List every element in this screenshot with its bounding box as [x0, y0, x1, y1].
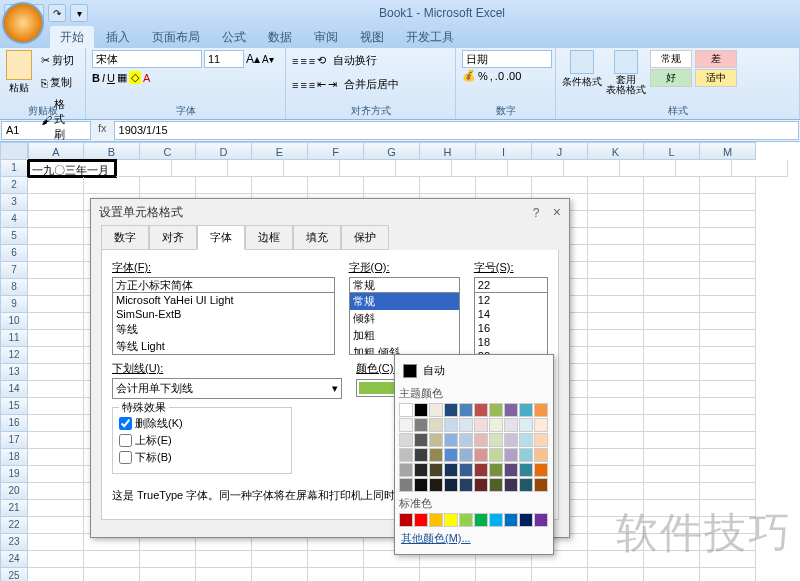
tab-review[interactable]: 审阅 [304, 26, 348, 49]
cell[interactable] [28, 296, 84, 313]
cell[interactable] [588, 347, 644, 364]
cell[interactable] [588, 279, 644, 296]
align-left-icon[interactable]: ≡ [292, 79, 298, 91]
cell[interactable] [308, 568, 364, 581]
cell[interactable] [588, 432, 644, 449]
color-swatch[interactable] [474, 433, 488, 447]
cell[interactable] [700, 347, 756, 364]
font-size-combo[interactable]: 11 [204, 50, 244, 68]
cell[interactable] [196, 177, 252, 194]
cell[interactable] [28, 398, 84, 415]
row-header[interactable]: 2 [0, 177, 28, 194]
color-swatch[interactable] [534, 513, 548, 527]
cell[interactable] [308, 551, 364, 568]
color-swatch[interactable] [444, 448, 458, 462]
orientation-icon[interactable]: ⟲ [317, 54, 326, 67]
color-swatch[interactable] [444, 403, 458, 417]
align-bottom-icon[interactable]: ≡ [309, 55, 315, 67]
color-swatch[interactable] [489, 478, 503, 492]
cell[interactable] [700, 313, 756, 330]
color-swatch[interactable] [399, 418, 413, 432]
cell[interactable] [700, 568, 756, 581]
row-header[interactable]: 25 [0, 568, 28, 581]
select-all-corner[interactable] [0, 142, 28, 160]
cell[interactable] [28, 347, 84, 364]
cell[interactable] [700, 279, 756, 296]
color-swatch[interactable] [519, 463, 533, 477]
tab-home[interactable]: 开始 [50, 26, 94, 49]
cell[interactable] [700, 364, 756, 381]
cell[interactable] [644, 432, 700, 449]
cell[interactable] [28, 449, 84, 466]
cell[interactable] [28, 500, 84, 517]
underline-combo[interactable]: 会计用单下划线▾ [112, 378, 342, 399]
cell[interactable] [28, 364, 84, 381]
row-header[interactable]: 22 [0, 517, 28, 534]
column-header[interactable]: H [420, 142, 476, 160]
cell[interactable] [28, 517, 84, 534]
row-header[interactable]: 9 [0, 296, 28, 313]
qat-dropdown-icon[interactable]: ▾ [70, 4, 88, 22]
style-item[interactable]: 加粗 [350, 327, 459, 344]
cell[interactable] [172, 160, 228, 177]
color-auto-option[interactable]: 自动 [399, 359, 549, 382]
style-item[interactable]: 倾斜 [350, 310, 459, 327]
cut-button[interactable]: ✂剪切 [36, 50, 79, 71]
column-header[interactable]: J [532, 142, 588, 160]
dlg-tab-protect[interactable]: 保护 [341, 225, 389, 250]
cell[interactable] [252, 177, 308, 194]
cell[interactable] [28, 381, 84, 398]
color-swatch[interactable] [534, 448, 548, 462]
row-header[interactable]: 3 [0, 194, 28, 211]
cell[interactable] [28, 330, 84, 347]
cell[interactable] [196, 568, 252, 581]
cell[interactable] [476, 177, 532, 194]
color-swatch[interactable] [459, 418, 473, 432]
cell[interactable] [732, 160, 788, 177]
column-header[interactable]: M [700, 142, 756, 160]
cell[interactable] [644, 211, 700, 228]
dlg-tab-fill[interactable]: 填充 [293, 225, 341, 250]
color-swatch[interactable] [414, 513, 428, 527]
row-header[interactable]: 13 [0, 364, 28, 381]
color-swatch[interactable] [504, 433, 518, 447]
cell[interactable] [396, 160, 452, 177]
color-swatch[interactable] [489, 403, 503, 417]
color-swatch[interactable] [519, 513, 533, 527]
row-header[interactable]: 16 [0, 415, 28, 432]
number-format-combo[interactable]: 日期 [462, 50, 552, 68]
cell[interactable] [28, 568, 84, 581]
cell[interactable] [644, 466, 700, 483]
color-swatch[interactable] [489, 448, 503, 462]
dec-decimal-icon[interactable]: .00 [506, 70, 521, 82]
cell[interactable] [700, 296, 756, 313]
fx-icon[interactable]: fx [92, 120, 113, 141]
row-header[interactable]: 8 [0, 279, 28, 296]
cell[interactable] [700, 245, 756, 262]
color-swatch[interactable] [474, 478, 488, 492]
color-swatch[interactable] [399, 513, 413, 527]
color-swatch[interactable] [429, 513, 443, 527]
cell[interactable] [452, 160, 508, 177]
cell[interactable] [700, 194, 756, 211]
color-swatch[interactable] [414, 478, 428, 492]
column-header[interactable]: G [364, 142, 420, 160]
cell[interactable] [676, 160, 732, 177]
tab-insert[interactable]: 插入 [96, 26, 140, 49]
cell[interactable] [420, 177, 476, 194]
row-header[interactable]: 15 [0, 398, 28, 415]
color-swatch[interactable] [489, 513, 503, 527]
cell[interactable] [700, 211, 756, 228]
style-input[interactable] [350, 278, 459, 293]
row-header[interactable]: 4 [0, 211, 28, 228]
color-swatch[interactable] [459, 478, 473, 492]
color-swatch[interactable] [504, 478, 518, 492]
color-swatch[interactable] [429, 403, 443, 417]
font-item[interactable]: 等线 [113, 321, 334, 338]
dlg-tab-number[interactable]: 数字 [101, 225, 149, 250]
cell[interactable] [84, 568, 140, 581]
cell[interactable] [28, 177, 84, 194]
size-listbox[interactable]: 12 14 16 18 20 22 [474, 277, 548, 355]
font-color-icon[interactable]: A [143, 72, 150, 84]
cell[interactable] [252, 568, 308, 581]
